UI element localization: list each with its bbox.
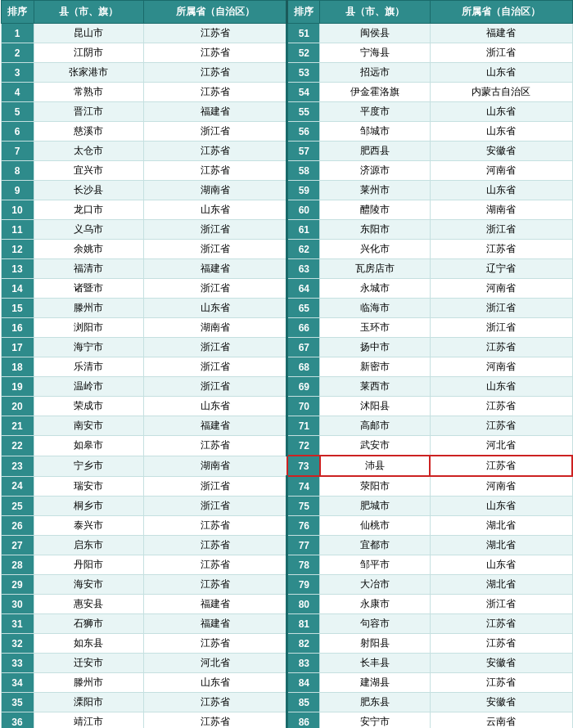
- table-row: 3张家港市江苏省53招远市山东省: [1, 63, 572, 83]
- county-right: 荥阳市: [320, 476, 430, 497]
- rank-left: 19: [1, 377, 34, 397]
- rank-right: 55: [287, 102, 320, 122]
- rank-right: 61: [287, 220, 320, 240]
- province-left: 湖南省: [143, 456, 287, 476]
- table-row: 34滕州市山东省84建湖县江苏省: [1, 673, 572, 693]
- province-left: 湖南省: [143, 318, 287, 338]
- county-right: 宁海县: [320, 43, 430, 63]
- table-row: 1昆山市江苏省51闽侯县福建省: [1, 24, 572, 43]
- rank-left: 24: [1, 476, 34, 497]
- rank-right: 54: [287, 83, 320, 102]
- province-left: 江苏省: [143, 712, 287, 729]
- province-left: 浙江省: [143, 240, 287, 259]
- table-row: 9长沙县湖南省59莱州市山东省: [1, 181, 572, 200]
- rank-left: 11: [1, 220, 34, 240]
- table-row: 14诸暨市浙江省64永城市河南省: [1, 279, 572, 299]
- rank-left: 34: [1, 673, 34, 693]
- province-right: 山东省: [430, 102, 572, 122]
- province-right: 江苏省: [430, 397, 572, 416]
- county-right: 莱西市: [320, 377, 430, 397]
- table-row: 6慈溪市浙江省56邹城市山东省: [1, 122, 572, 142]
- province-right: 河南省: [430, 357, 572, 377]
- table-row: 11义乌市浙江省61东阳市浙江省: [1, 220, 572, 240]
- county-right: 邹城市: [320, 122, 430, 142]
- rank-right: 76: [287, 516, 320, 536]
- county-right: 邹平市: [320, 555, 430, 575]
- county-left: 龙口市: [34, 200, 143, 220]
- county-right: 安宁市: [320, 712, 430, 729]
- county-right: 东阳市: [320, 220, 430, 240]
- county-left: 张家港市: [34, 63, 143, 83]
- county-right: 高邮市: [320, 416, 430, 436]
- rank-left: 7: [1, 142, 34, 161]
- county-left: 如皋市: [34, 436, 143, 456]
- header-province1: 所属省（自治区）: [143, 1, 287, 24]
- province-right: 辽宁省: [430, 259, 572, 279]
- county-right: 仙桃市: [320, 516, 430, 536]
- province-right: 福建省: [430, 24, 572, 43]
- province-right: 浙江省: [430, 595, 572, 614]
- county-left: 浏阳市: [34, 318, 143, 338]
- province-right: 河北省: [430, 436, 572, 456]
- table-row: 29海安市江苏省79大冶市湖北省: [1, 575, 572, 595]
- county-right: 永城市: [320, 279, 430, 299]
- rank-left: 20: [1, 397, 34, 416]
- county-right: 肥城市: [320, 497, 430, 516]
- table-row: 12余姚市浙江省62兴化市江苏省: [1, 240, 572, 259]
- table-row: 10龙口市山东省60醴陵市湖南省: [1, 200, 572, 220]
- table-row: 21南安市福建省71高邮市江苏省: [1, 416, 572, 436]
- province-right: 安徽省: [430, 142, 572, 161]
- header-rank2: 排序: [287, 1, 320, 24]
- rank-right: 64: [287, 279, 320, 299]
- county-left: 慈溪市: [34, 122, 143, 142]
- province-right: 江苏省: [430, 416, 572, 436]
- province-left: 江苏省: [143, 436, 287, 456]
- rank-right: 65: [287, 299, 320, 318]
- rank-left: 27: [1, 536, 34, 555]
- province-right: 山东省: [430, 122, 572, 142]
- rank-right: 53: [287, 63, 320, 83]
- province-right: 安徽省: [430, 654, 572, 673]
- county-left: 桐乡市: [34, 497, 143, 516]
- province-right: 湖北省: [430, 516, 572, 536]
- rank-left: 16: [1, 318, 34, 338]
- county-right: 莱州市: [320, 181, 430, 200]
- rank-left: 6: [1, 122, 34, 142]
- rank-right: 62: [287, 240, 320, 259]
- rank-left: 12: [1, 240, 34, 259]
- rank-right: 67: [287, 338, 320, 357]
- rank-left: 35: [1, 693, 34, 712]
- rank-left: 9: [1, 181, 34, 200]
- county-left: 太仓市: [34, 142, 143, 161]
- rank-left: 3: [1, 63, 34, 83]
- province-left: 江苏省: [143, 83, 287, 102]
- county-right: 招远市: [320, 63, 430, 83]
- county-right: 新密市: [320, 357, 430, 377]
- province-right: 河南省: [430, 161, 572, 181]
- rank-right: 75: [287, 497, 320, 516]
- county-left: 昆山市: [34, 24, 143, 43]
- province-left: 福建省: [143, 595, 287, 614]
- province-left: 江苏省: [143, 693, 287, 712]
- province-left: 浙江省: [143, 338, 287, 357]
- rank-left: 29: [1, 575, 34, 595]
- county-right: 瓦房店市: [320, 259, 430, 279]
- county-right: 宜都市: [320, 536, 430, 555]
- county-left: 义乌市: [34, 220, 143, 240]
- rank-right: 63: [287, 259, 320, 279]
- table-row: 30惠安县福建省80永康市浙江省: [1, 595, 572, 614]
- county-right: 临海市: [320, 299, 430, 318]
- rank-right: 58: [287, 161, 320, 181]
- table-row: 32如东县江苏省82射阳县江苏省: [1, 634, 572, 654]
- rank-left: 10: [1, 200, 34, 220]
- rank-left: 5: [1, 102, 34, 122]
- county-left: 如东县: [34, 634, 143, 654]
- county-right: 沛县: [320, 456, 430, 476]
- rank-right: 71: [287, 416, 320, 436]
- rank-right: 72: [287, 436, 320, 456]
- province-left: 江苏省: [143, 161, 287, 181]
- rank-left: 32: [1, 634, 34, 654]
- county-right: 兴化市: [320, 240, 430, 259]
- table-row: 17海宁市浙江省67扬中市江苏省: [1, 338, 572, 357]
- table-row: 28丹阳市江苏省78邹平市山东省: [1, 555, 572, 575]
